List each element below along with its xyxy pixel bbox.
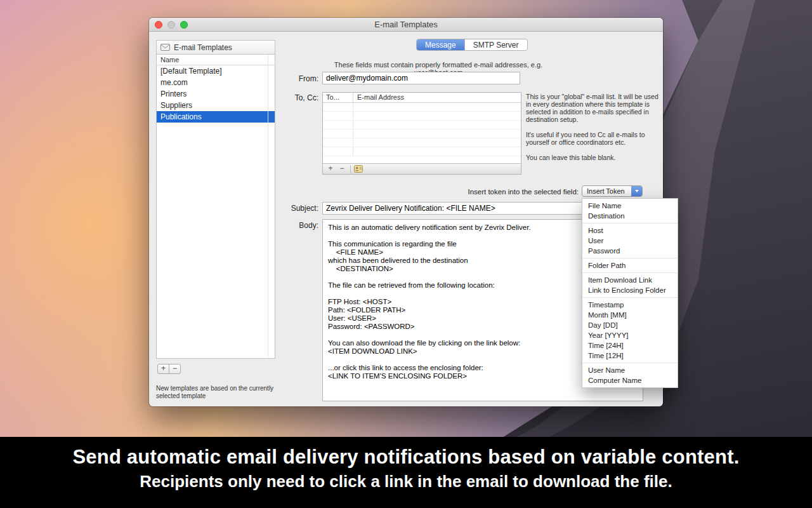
add-template-button[interactable]: + bbox=[157, 364, 169, 374]
sidebar-header-label: E-mail Templates bbox=[174, 43, 232, 52]
menu-separator bbox=[582, 258, 678, 258]
menu-item-user[interactable]: User bbox=[582, 236, 678, 246]
remove-recipient-button[interactable]: − bbox=[337, 164, 347, 174]
global-list-note-3: You can leave this table blank. bbox=[526, 154, 660, 161]
tab-smtp-server[interactable]: SMTP Server bbox=[464, 39, 527, 50]
recipients-table-header: To... E-mail Address bbox=[323, 93, 521, 103]
column-email-address[interactable]: E-mail Address bbox=[353, 93, 521, 102]
subject-label: Subject: bbox=[249, 204, 318, 213]
recipients-table: To... E-mail Address + − bbox=[322, 92, 521, 175]
template-row-publications-selected[interactable]: Publications bbox=[157, 111, 275, 123]
table-row[interactable] bbox=[323, 121, 521, 130]
tab-message[interactable]: Message bbox=[417, 39, 464, 50]
banner-line-2: Recipients only need to click a link in … bbox=[0, 469, 812, 491]
menu-item-folder-path[interactable]: Folder Path bbox=[582, 260, 678, 271]
remove-template-button[interactable]: − bbox=[169, 364, 181, 374]
insert-token-menu: File Name Destination Host User Password… bbox=[582, 198, 678, 388]
menu-item-computer-name[interactable]: Computer Name bbox=[582, 375, 678, 385]
table-row[interactable] bbox=[323, 147, 521, 156]
tab-bar: Message SMTP Server bbox=[416, 39, 528, 51]
sidebar-buttons: + − bbox=[157, 364, 181, 374]
insert-token-dropdown-label: Insert Token bbox=[582, 186, 631, 196]
window-title: E-mail Templates bbox=[374, 20, 437, 29]
screen: E-mail Templates E-mail Templates Name [… bbox=[0, 0, 812, 508]
sidebar-footnote: New templates are based on the currently… bbox=[156, 385, 277, 400]
menu-item-year[interactable]: Year [YYYY] bbox=[582, 330, 678, 340]
traffic-lights bbox=[155, 21, 188, 29]
table-row[interactable] bbox=[323, 138, 521, 147]
menu-item-destination[interactable]: Destination bbox=[582, 211, 678, 221]
insert-token-dropdown[interactable]: Insert Token bbox=[582, 185, 643, 197]
insert-token-label: Insert token into the selected field: bbox=[390, 188, 579, 196]
menu-item-item-download-link[interactable]: Item Download Link bbox=[582, 275, 678, 285]
footer-divider bbox=[350, 165, 351, 173]
titlebar[interactable]: E-mail Templates bbox=[149, 18, 663, 32]
close-button[interactable] bbox=[155, 21, 162, 29]
envelope-icon bbox=[160, 44, 170, 51]
email-templates-window: E-mail Templates E-mail Templates Name [… bbox=[149, 18, 663, 406]
global-list-note-2: It's useful if you need to Cc all e-mail… bbox=[526, 131, 660, 146]
table-row[interactable] bbox=[323, 112, 521, 121]
menu-separator bbox=[582, 363, 678, 363]
from-input[interactable] bbox=[322, 72, 520, 84]
menu-separator bbox=[582, 272, 678, 273]
menu-item-timestamp[interactable]: Timestamp bbox=[582, 300, 678, 310]
banner-line-1: Send automatic email delivery notificati… bbox=[0, 437, 812, 469]
table-row[interactable] bbox=[323, 103, 521, 112]
sidebar-header: E-mail Templates bbox=[156, 40, 275, 54]
column-to[interactable]: To... bbox=[323, 93, 353, 102]
from-label: From: bbox=[249, 74, 318, 83]
menu-item-month[interactable]: Month [MM] bbox=[582, 310, 678, 320]
menu-separator bbox=[582, 223, 678, 224]
menu-item-password[interactable]: Password bbox=[582, 246, 678, 256]
menu-separator bbox=[582, 297, 678, 298]
body-label: Body: bbox=[249, 221, 318, 230]
add-recipient-button[interactable]: + bbox=[325, 164, 336, 174]
table-row[interactable] bbox=[323, 130, 521, 138]
menu-item-file-name[interactable]: File Name bbox=[582, 201, 678, 211]
tocc-label: To, Cc: bbox=[249, 93, 318, 102]
list-column-header[interactable]: Name bbox=[157, 55, 275, 65]
menu-item-time-12h[interactable]: Time [12H] bbox=[582, 351, 678, 361]
zoom-button[interactable] bbox=[180, 21, 188, 29]
marketing-banner: Send automatic email delivery notificati… bbox=[0, 437, 812, 508]
recipients-table-footer: + − bbox=[323, 163, 521, 174]
contacts-icon[interactable] bbox=[354, 165, 363, 173]
menu-item-time-24h[interactable]: Time [24H] bbox=[582, 340, 678, 351]
menu-item-day[interactable]: Day [DD] bbox=[582, 320, 678, 330]
minimize-button[interactable] bbox=[167, 21, 175, 29]
menu-item-host[interactable]: Host bbox=[582, 225, 678, 236]
menu-item-user-name[interactable]: User Name bbox=[582, 365, 678, 375]
chevron-down-icon bbox=[631, 186, 642, 196]
menu-item-link-to-enclosing-folder[interactable]: Link to Enclosing Folder bbox=[582, 285, 678, 295]
global-list-note: This is your "global" e-mail list. It wi… bbox=[526, 93, 660, 169]
global-list-note-1: This is your "global" e-mail list. It wi… bbox=[526, 93, 660, 123]
